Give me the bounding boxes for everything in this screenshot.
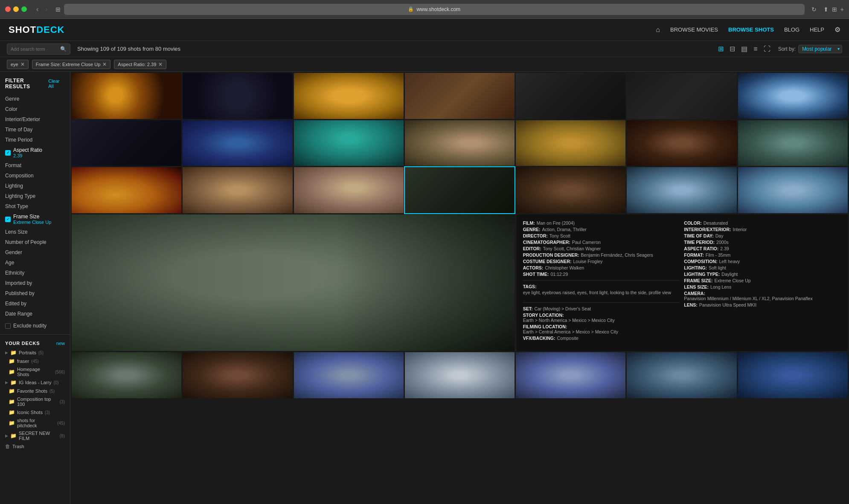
shot-thumb-12[interactable] [516,120,625,166]
filter-gender[interactable]: Gender [0,247,70,258]
help-nav[interactable]: HELP [810,26,824,33]
filter-lens-size[interactable]: Lens Size [0,227,70,237]
filter-tag-aspectratio[interactable]: Aspect Ratio: 2.39 ✕ [114,60,166,69]
filter-tag-aspectratio-remove[interactable]: ✕ [158,61,163,67]
shot-thumb-21[interactable] [738,167,848,213]
medium-grid-button[interactable]: ⊟ [728,44,737,54]
filter-genre[interactable]: Genre [0,94,70,104]
url-bar[interactable]: 🔒 www.shotdeck.com [64,4,805,15]
new-deck-button[interactable]: new [56,341,65,346]
deck-ig-ideas[interactable]: ▶ 📁 IG Ideas - Larry (0) [0,378,70,387]
filter-shot-type[interactable]: Shot Type [0,201,70,211]
reload-button[interactable]: ↻ [811,6,817,13]
sidebar-toggle[interactable]: ⊞ [55,6,61,13]
deck-iconic-shots[interactable]: 📁 Iconic Shots (3) [0,408,70,417]
shot-thumb-24[interactable] [294,352,404,398]
deck-secret-new-film[interactable]: ▶ 📁 SECRET NEW FILM (8) [0,429,70,442]
deck-shots-for-pitchdeck[interactable]: 📁 shots for pitchdeck (45) [0,417,70,429]
filter-lighting[interactable]: Lighting [0,181,70,191]
clear-all-button[interactable]: Clear All [48,78,65,89]
shot-thumb-16[interactable] [183,167,292,213]
shot-thumb-25[interactable] [405,352,515,398]
filter-tag-eye-remove[interactable]: ✕ [20,61,25,67]
filter-aspect-ratio[interactable]: ✓ Aspect Ratio 2.39 [0,145,70,160]
browse-shots-nav[interactable]: BROWSE SHOTS [728,26,774,33]
selected-shot-big[interactable] [72,214,515,351]
filter-exclude-nudity[interactable]: Exclude nudity [0,321,70,331]
shot-thumb-13[interactable] [627,120,736,166]
exclude-nudity-checkbox[interactable] [5,323,11,329]
filter-frame-size-checkbox[interactable]: ✓ [5,217,11,222]
filter-published-by[interactable]: Published by [0,288,70,298]
shot-thumb-8[interactable] [72,120,181,166]
settings-nav[interactable]: ⚙ [834,26,840,34]
filter-tag-framesize[interactable]: Frame Size: Extreme Close Up ✕ [32,60,111,69]
filter-age[interactable]: Age [0,258,70,268]
search-icon[interactable]: 🔍 [60,46,67,52]
shot-thumb-26[interactable] [516,352,625,398]
shot-thumb-2[interactable] [183,73,292,119]
shot-thumb-18-selected[interactable] [405,167,515,213]
filter-format[interactable]: Format [0,160,70,171]
browse-movies-nav[interactable]: BROWSE MOVIES [670,26,718,33]
shot-thumb-9[interactable] [183,120,292,166]
list-view-button[interactable]: ▤ [739,44,749,54]
shot-thumb-5[interactable] [516,73,625,119]
maximize-button[interactable] [21,6,27,12]
filter-number-of-people[interactable]: Number of People [0,237,70,247]
detail-film-label: FILM: [523,220,535,226]
shot-thumb-20[interactable] [627,167,736,213]
filter-aspect-ratio-checkbox[interactable]: ✓ [5,150,11,156]
back-button[interactable]: ‹ [34,5,41,14]
deck-trash[interactable]: 🗑 Trash [0,442,70,451]
shot-thumb-28[interactable] [738,352,848,398]
shot-thumb-3[interactable] [294,73,404,119]
shot-thumb-7[interactable] [738,73,848,119]
forward-button[interactable]: › [43,5,50,14]
sort-select[interactable]: Most popular Newest first Oldest first M… [798,45,842,53]
shot-thumb-4[interactable] [405,73,515,119]
new-tab-button[interactable]: ⊞ [832,6,837,13]
close-button[interactable] [5,6,11,12]
grid-view-button[interactable]: ⊞ [716,44,725,54]
shot-thumb-17[interactable] [294,167,404,213]
shot-thumb-22[interactable] [72,352,181,398]
share-button[interactable]: ⬆ [823,6,829,13]
detail-view-button[interactable]: ≡ [752,44,759,54]
shot-thumb-11[interactable] [405,120,515,166]
filter-tag-framesize-remove[interactable]: ✕ [102,61,107,67]
shot-thumb-23[interactable] [183,352,292,398]
home-nav-button[interactable]: ⌂ [656,26,660,34]
search-box[interactable]: 🔍 [7,43,70,55]
minimize-button[interactable] [13,6,19,12]
shot-thumb-19[interactable] [516,167,625,213]
filter-edited-by[interactable]: Edited by [0,298,70,309]
deck-favorite-shots[interactable]: 📁 Favorite Shots (5) [0,387,70,395]
shot-thumb-27[interactable] [627,352,736,398]
filter-composition[interactable]: Composition [0,171,70,181]
filter-date-range[interactable]: Date Range [0,309,70,319]
deck-homepage-shots[interactable]: 📁 Homepage Shots (566) [0,365,70,378]
filter-color[interactable]: Color [0,104,70,114]
deck-composition-top[interactable]: 📁 Composition top 100 (3) [0,395,70,408]
blog-nav[interactable]: BLOG [784,26,800,33]
shot-thumb-10[interactable] [294,120,404,166]
filter-frame-size[interactable]: ✓ Frame Size Extreme Close Up [0,211,70,227]
deck-fraser[interactable]: 📁 fraser (45) [0,357,70,365]
search-input[interactable] [11,46,58,52]
filter-lighting-type[interactable]: Lighting Type [0,191,70,201]
filter-tag-eye[interactable]: eye ✕ [7,60,29,69]
shot-thumb-1[interactable] [72,73,181,119]
shot-thumb-15[interactable] [72,167,181,213]
filter-time-period[interactable]: Time Period [0,135,70,145]
filter-ethnicity[interactable]: Ethnicity [0,268,70,278]
fullscreen-button[interactable]: ⛶ [762,44,772,54]
filter-time-of-day[interactable]: Time of Day [0,125,70,135]
add-tab-button[interactable]: + [840,6,844,13]
filter-imported-by[interactable]: Imported by [0,278,70,288]
filter-interior-exterior[interactable]: Interior/Exterior [0,114,70,125]
deck-portraits[interactable]: ▶ 📁 Portraits (5) [0,348,70,357]
logo[interactable]: SHOTDECK [9,24,64,35]
shot-thumb-6[interactable] [627,73,736,119]
shot-thumb-14[interactable] [738,120,848,166]
